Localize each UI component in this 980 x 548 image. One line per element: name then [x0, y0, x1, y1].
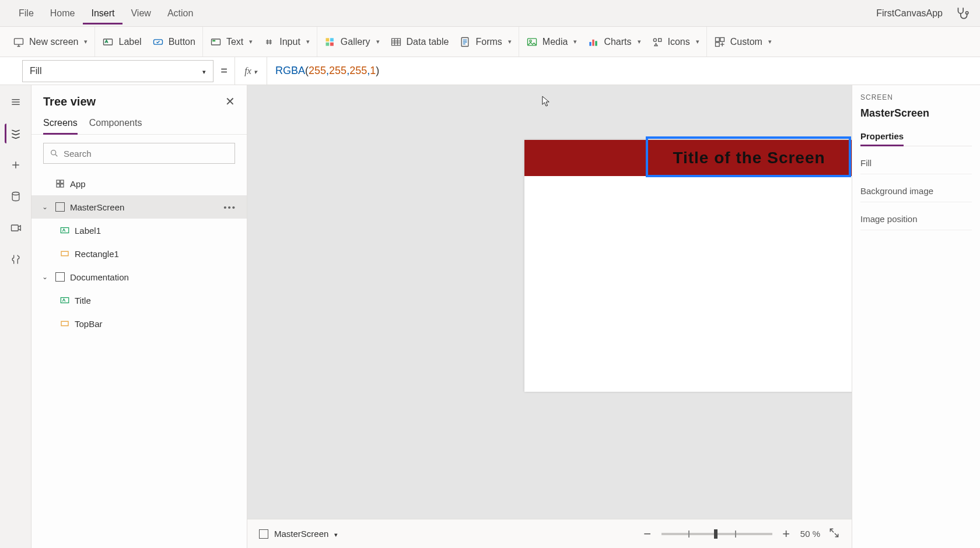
insert-datatable-button[interactable]: Data table — [390, 36, 449, 48]
tree-node-title[interactable]: Title — [32, 289, 247, 312]
chevron-down-icon — [254, 66, 257, 76]
more-options-button[interactable]: ••• — [223, 202, 236, 212]
app-checker-icon[interactable] — [954, 6, 970, 21]
menu-action[interactable]: Action — [159, 2, 201, 24]
svg-rect-18 — [658, 38, 661, 41]
menu-insert[interactable]: Insert — [83, 2, 123, 24]
tree-search[interactable] — [43, 143, 235, 164]
insert-text-button[interactable]: Text▾ — [210, 36, 253, 48]
menu-file[interactable]: File — [10, 2, 42, 24]
tree-node-documentation[interactable]: ⌄ Documentation — [32, 265, 247, 289]
fx-button[interactable]: fx — [235, 57, 267, 85]
gallery-icon — [324, 36, 336, 48]
tab-screens[interactable]: Screens — [43, 113, 78, 135]
insert-charts-button[interactable]: Charts▾ — [587, 36, 640, 48]
rail-treeview[interactable] — [5, 124, 24, 143]
svg-rect-10 — [391, 38, 400, 45]
screen-icon — [13, 36, 24, 48]
svg-point-17 — [653, 38, 656, 41]
formula-token-number: 255 — [309, 65, 326, 77]
menu-bar: File Home Insert View Action FirstCanvas… — [0, 0, 980, 27]
new-screen-button[interactable]: New screen ▾ — [13, 36, 88, 48]
svg-rect-26 — [61, 180, 64, 183]
insert-input-button[interactable]: Input▾ — [263, 36, 310, 48]
property-row-fill[interactable]: Fill — [860, 152, 972, 174]
charts-icon — [587, 36, 599, 48]
rail-media[interactable] — [6, 218, 26, 238]
insert-label-text: Label — [118, 37, 141, 47]
zoom-in-button[interactable]: + — [780, 526, 792, 542]
zoom-slider[interactable] — [662, 533, 772, 535]
insert-button-button[interactable]: Button — [152, 36, 195, 48]
tree-node-topbar[interactable]: TopBar — [32, 312, 247, 335]
svg-rect-15 — [593, 39, 594, 45]
insert-gallery-button[interactable]: Gallery▾ — [324, 36, 380, 48]
formula-input[interactable]: RGBA ( 255 , 255 , 255 , 1 ) — [267, 65, 980, 77]
svg-rect-25 — [57, 180, 60, 183]
screen-icon — [55, 272, 65, 282]
fit-to-screen-button[interactable] — [828, 527, 840, 540]
close-panel-button[interactable]: ✕ — [225, 94, 235, 108]
svg-rect-20 — [720, 37, 724, 41]
svg-rect-28 — [61, 184, 64, 187]
property-selector-value: Fill — [30, 66, 41, 76]
tree-view-panel: Tree view ✕ Screens Components App ⌄ Mas… — [32, 85, 247, 548]
svg-rect-19 — [715, 37, 719, 41]
footer-screen-selector[interactable]: MasterScreen — [259, 529, 338, 539]
insert-media-button[interactable]: Media▾ — [526, 36, 578, 48]
icons-icon — [652, 36, 663, 48]
tab-properties[interactable]: Properties — [860, 128, 904, 146]
custom-icon — [714, 36, 726, 48]
rail-insert[interactable] — [6, 155, 26, 175]
chevron-down-icon — [334, 529, 338, 539]
screen-icon — [259, 529, 268, 539]
svg-rect-4 — [211, 39, 220, 45]
search-icon — [50, 149, 59, 158]
insert-datatable-label: Data table — [407, 37, 449, 47]
caret-icon[interactable]: ⌄ — [42, 273, 50, 281]
rail-tools[interactable] — [6, 250, 26, 269]
property-selector[interactable]: Fill — [22, 60, 214, 82]
svg-point-13 — [530, 40, 531, 41]
tree: App ⌄ MasterScreen ••• Label1 Rectangle1… — [32, 172, 247, 548]
zoom-out-button[interactable]: − — [642, 526, 653, 542]
insert-custom-button[interactable]: Custom▾ — [714, 36, 772, 48]
svg-rect-1 — [15, 38, 23, 44]
insert-forms-label: Forms — [475, 37, 502, 47]
svg-rect-7 — [330, 38, 334, 41]
rail-hamburger[interactable] — [6, 92, 26, 112]
tree-search-input[interactable] — [64, 149, 229, 159]
label-icon — [60, 295, 70, 305]
canvas-viewport[interactable]: Title of the Screen — [247, 85, 852, 519]
control-title-label[interactable]: Title of the Screen — [647, 140, 851, 176]
menu-home[interactable]: Home — [42, 2, 83, 24]
insert-forms-button[interactable]: Forms▾ — [459, 36, 511, 48]
svg-rect-30 — [61, 251, 68, 256]
property-row-background[interactable]: Background image — [860, 180, 972, 202]
tree-node-app[interactable]: App — [32, 172, 247, 195]
tree-node-label: Title — [75, 296, 91, 305]
formula-token-number: 1 — [370, 65, 376, 77]
tree-node-masterscreen[interactable]: ⌄ MasterScreen ••• — [32, 195, 247, 219]
zoom-slider-thumb[interactable] — [714, 529, 718, 539]
formula-bar: Fill = fx RGBA ( 255 , 255 , 255 , 1 ) — [0, 57, 980, 85]
tab-components[interactable]: Components — [89, 113, 142, 134]
menu-view[interactable]: View — [123, 2, 159, 24]
rail-data[interactable] — [6, 187, 26, 206]
svg-rect-9 — [330, 42, 334, 45]
tree-view-title: Tree view — [43, 95, 96, 108]
svg-rect-14 — [590, 42, 592, 46]
zoom-value: 50 % — [800, 529, 820, 539]
svg-rect-21 — [715, 42, 719, 46]
insert-label-button[interactable]: Label — [102, 36, 141, 48]
screen-icon — [55, 202, 65, 212]
property-row-imageposition[interactable]: Image position — [860, 208, 972, 230]
tree-node-label: Documentation — [70, 272, 129, 282]
insert-icons-button[interactable]: Icons▾ — [652, 36, 699, 48]
tree-node-label: Label1 — [75, 226, 101, 236]
caret-icon[interactable]: ⌄ — [42, 203, 50, 211]
tree-node-label1[interactable]: Label1 — [32, 219, 247, 242]
svg-rect-27 — [57, 184, 60, 187]
artboard-masterscreen[interactable]: Title of the Screen — [524, 140, 852, 392]
tree-node-rectangle1[interactable]: Rectangle1 — [32, 242, 247, 265]
